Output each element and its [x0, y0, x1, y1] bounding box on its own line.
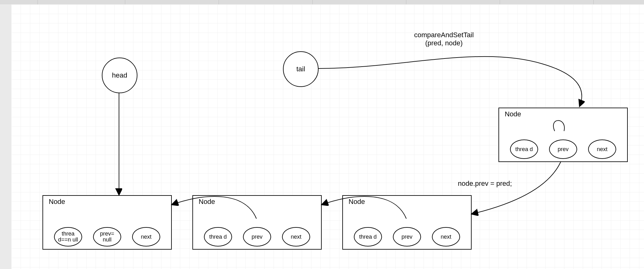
node2-next-field: next — [282, 227, 310, 246]
node3-prev-field: prev — [393, 227, 421, 246]
left-ruler — [0, 4, 12, 269]
cas-edge-label: compareAndSetTail (pred, node) — [414, 31, 474, 47]
node2-prev-field: prev — [243, 227, 271, 246]
nodeprev-edge-label: node.prev = pred; — [458, 180, 512, 188]
top-ruler — [0, 0, 644, 5]
node-title: Node — [199, 198, 215, 206]
node4-next-field: next — [588, 140, 616, 159]
edge-tail-to-node4 — [318, 57, 582, 106]
node-box-4[interactable]: Node threa d prev next — [498, 108, 628, 162]
node1-next-field: next — [132, 227, 160, 246]
node3-next-field: next — [432, 227, 460, 246]
node-box-3[interactable]: Node threa d prev next — [342, 195, 472, 250]
node-box-2[interactable]: Node threa d prev next — [192, 195, 322, 250]
node-title: Node — [349, 198, 365, 206]
node4-prev-field: prev — [549, 140, 577, 159]
node1-prev-field: prev= null — [93, 227, 121, 246]
node-title: Node — [505, 110, 521, 118]
node3-thread-field: threa d — [354, 227, 382, 246]
tail-circle[interactable]: tail — [283, 51, 319, 87]
head-label: head — [112, 71, 127, 79]
diagram-canvas[interactable]: head tail Node threa d==n ull prev= null… — [11, 4, 644, 269]
node-box-1[interactable]: Node threa d==n ull prev= null next — [42, 195, 172, 250]
node1-thread-field: threa d==n ull — [54, 227, 82, 246]
head-circle[interactable]: head — [102, 58, 137, 93]
node2-thread-field: threa d — [204, 227, 232, 246]
node-title: Node — [49, 198, 65, 206]
edge-node4prev-to-node3 — [472, 161, 561, 214]
tail-label: tail — [296, 65, 305, 73]
node4-thread-field: threa d — [510, 140, 538, 159]
